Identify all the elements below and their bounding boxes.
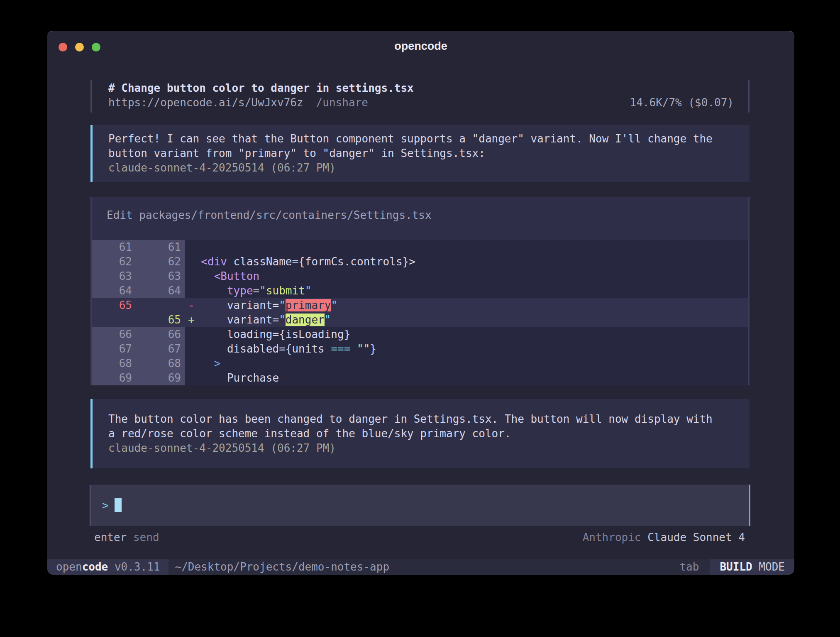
new-line-number: 65 xyxy=(137,313,185,327)
message-line: Perfect! I can see that the Button compo… xyxy=(108,132,750,146)
diff-code-line: loading={isLoading} xyxy=(185,327,748,342)
diff-code-area: <Button xyxy=(185,269,748,284)
old-line-number: 62 xyxy=(92,255,137,269)
working-directory: ~/Desktop/Projects/demo-notes-app xyxy=(175,559,389,575)
new-line-number: 62 xyxy=(137,255,185,269)
old-line-number: 61 xyxy=(92,240,137,255)
diff-row-ctx: 6767 disabled={units === ""} xyxy=(92,342,748,356)
diff-code-area: > xyxy=(185,356,748,371)
screen: opencode # Change button color to danger… xyxy=(0,0,840,637)
enter-key-label: enter xyxy=(94,531,127,544)
provider-label: Anthropic xyxy=(583,531,641,544)
diff-code-area xyxy=(185,240,748,255)
message-line: button variant from "primary" to "danger… xyxy=(108,146,750,161)
status-bar-right: tab BUILD MODE xyxy=(679,559,794,575)
new-line-number: 63 xyxy=(137,269,185,284)
assistant-message: The button color has been changed to dan… xyxy=(90,399,750,468)
old-line-number: 63 xyxy=(92,269,137,284)
old-line-number: 68 xyxy=(92,356,137,371)
unshare-command: /unshare xyxy=(316,96,368,110)
diff-line-numbers: 65 xyxy=(92,313,185,327)
old-line-number xyxy=(92,313,137,327)
diff-view: 61616262 <div className={formCs.controls… xyxy=(92,240,748,385)
edit-tool-header: Edit packages/frontend/src/containers/Se… xyxy=(92,197,748,240)
diff-code-area: + variant="danger" xyxy=(185,313,748,327)
diff-line-numbers: 6666 xyxy=(92,327,185,342)
message-line: a red/rose color scheme instead of the b… xyxy=(108,426,750,441)
send-hint: enter send xyxy=(94,530,159,545)
message-model-timestamp: claude-sonnet-4-20250514 (06:27 PM) xyxy=(108,161,750,175)
new-line-number: 68 xyxy=(137,356,185,371)
window-title: opencode xyxy=(47,40,794,53)
old-line-number: 64 xyxy=(92,284,137,298)
diff-line-numbers: 6262 xyxy=(92,255,185,269)
old-line-number: 65 xyxy=(92,298,137,313)
app-name-open: open xyxy=(56,561,82,573)
diff-line-numbers: 65 xyxy=(92,298,185,313)
diff-line-numbers: 6363 xyxy=(92,269,185,284)
model-indicator: Anthropic Claude Sonnet 4 xyxy=(583,530,745,545)
diff-code-area: <div className={formCs.controls}> xyxy=(185,255,748,269)
session-header: # Change button color to danger in setti… xyxy=(90,80,750,113)
diff-line-numbers: 6464 xyxy=(92,284,185,298)
prompt-symbol: > xyxy=(102,499,109,512)
status-bar: opencode v0.3.11 ~/Desktop/Projects/demo… xyxy=(47,559,794,575)
new-line-number: 64 xyxy=(137,284,185,298)
diff-row-ctx: 6363 <Button xyxy=(92,269,748,284)
diff-code-area: type="submit" xyxy=(185,284,748,298)
diff-code-line: <Button xyxy=(185,269,748,284)
new-line-number: 67 xyxy=(137,342,185,356)
diff-code-line: Purchase xyxy=(185,371,748,385)
diff-code-line: + variant="danger" xyxy=(185,313,748,327)
new-line-number: 69 xyxy=(137,371,185,385)
mode-name: BUILD xyxy=(720,561,752,573)
mode-suffix: MODE xyxy=(752,561,785,573)
old-line-number: 69 xyxy=(92,371,137,385)
mode-indicator: BUILD MODE xyxy=(710,559,794,575)
window-titlebar: opencode xyxy=(47,31,794,56)
diff-code-line: <div className={formCs.controls}> xyxy=(185,255,748,269)
diff-row-ctx: 6666 loading={isLoading} xyxy=(92,327,748,342)
diff-row-ctx: 6161 xyxy=(92,240,748,255)
app-version-segment: opencode v0.3.11 xyxy=(47,559,168,575)
diff-row-del: 65- variant="primary" xyxy=(92,298,748,313)
message-line: The button color has been changed to dan… xyxy=(108,412,750,426)
session-meta-row: https://opencode.ai/s/UwJxv76z /unshare … xyxy=(108,96,734,110)
opencode-window: opencode # Change button color to danger… xyxy=(47,31,794,574)
message-model-timestamp: claude-sonnet-4-20250514 (06:27 PM) xyxy=(108,441,750,456)
tab-key-hint: tab xyxy=(679,559,699,575)
diff-code-area: loading={isLoading} xyxy=(185,327,748,342)
send-label: send xyxy=(133,531,159,544)
session-title: # Change button color to danger in setti… xyxy=(108,81,734,96)
app-version: v0.3.11 xyxy=(108,561,160,573)
prompt-input[interactable]: > xyxy=(90,485,750,526)
new-line-number xyxy=(137,298,185,313)
app-name-code: code xyxy=(82,561,108,573)
diff-code-line: > xyxy=(185,356,748,371)
hint-row: enter send Anthropic Claude Sonnet 4 xyxy=(90,530,750,545)
diff-code-line: type="submit" xyxy=(185,284,748,298)
old-line-number: 66 xyxy=(92,327,137,342)
diff-line-numbers: 6868 xyxy=(92,356,185,371)
diff-line-numbers: 6161 xyxy=(92,240,185,255)
model-label: Claude Sonnet 4 xyxy=(647,531,745,544)
new-line-number: 61 xyxy=(137,240,185,255)
diff-row-ctx: 6464 type="submit" xyxy=(92,284,748,298)
diff-code-area: - variant="primary" xyxy=(185,298,748,313)
diff-line-numbers: 6969 xyxy=(92,371,185,385)
text-cursor xyxy=(115,498,122,512)
assistant-message: Perfect! I can see that the Button compo… xyxy=(90,125,750,182)
diff-row-ctx: 6969 Purchase xyxy=(92,371,748,385)
diff-row-add: 65+ variant="danger" xyxy=(92,313,748,327)
share-url: https://opencode.ai/s/UwJxv76z xyxy=(108,96,303,110)
diff-code-area: disabled={units === ""} xyxy=(185,342,748,356)
diff-line-numbers: 6767 xyxy=(92,342,185,356)
diff-code-area: Purchase xyxy=(185,371,748,385)
diff-row-ctx: 6262 <div className={formCs.controls}> xyxy=(92,255,748,269)
edit-tool-block: Edit packages/frontend/src/containers/Se… xyxy=(90,197,750,385)
token-cost-stats: 14.6K/7% ($0.07) xyxy=(630,96,734,110)
diff-row-ctx: 6868 > xyxy=(92,356,748,371)
diff-code-line: - variant="primary" xyxy=(185,298,748,313)
new-line-number: 66 xyxy=(137,327,185,342)
old-line-number: 67 xyxy=(92,342,137,356)
